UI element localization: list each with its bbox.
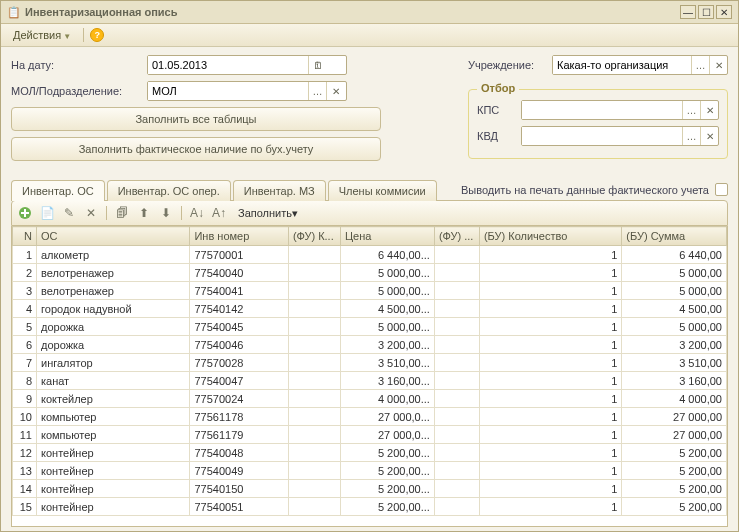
cell-buq: 1 xyxy=(479,498,621,516)
actions-label: Действия xyxy=(13,29,61,41)
table-row[interactable]: 8канат775400473 160,00...13 160,00 xyxy=(13,372,727,390)
ellipsis-icon[interactable]: … xyxy=(682,127,700,145)
cell-inv: 77540047 xyxy=(190,372,288,390)
grid-fill-menu[interactable]: Заполнить▾ xyxy=(232,205,304,222)
table-row[interactable]: 3велотренажер775400415 000,00...15 000,0… xyxy=(13,282,727,300)
cell-buq: 1 xyxy=(479,282,621,300)
delete-row-icon[interactable]: ✕ xyxy=(82,204,100,222)
cell-fuk xyxy=(288,390,340,408)
table-row[interactable]: 9коктейлер775700244 000,00...14 000,00 xyxy=(13,390,727,408)
sort-desc-icon[interactable]: A↑ xyxy=(210,204,228,222)
col-inv[interactable]: Инв номер xyxy=(190,227,288,246)
cell-n: 15 xyxy=(13,498,37,516)
table-row[interactable]: 12контейнер775400485 200,00...15 200,00 xyxy=(13,444,727,462)
move-down-icon[interactable]: ⬇ xyxy=(157,204,175,222)
cell-bus: 27 000,00 xyxy=(622,426,727,444)
col-bu-qty[interactable]: (БУ) Количество xyxy=(479,227,621,246)
col-price[interactable]: Цена xyxy=(340,227,434,246)
edit-row-icon[interactable]: ✎ xyxy=(60,204,78,222)
print-label: Выводить на печать данные фактического у… xyxy=(461,184,709,196)
print-checkbox[interactable] xyxy=(715,183,728,196)
filter-legend: Отбор xyxy=(477,82,519,94)
help-icon[interactable]: ? xyxy=(90,28,104,42)
cell-bus: 5 200,00 xyxy=(622,480,727,498)
ellipsis-icon[interactable]: … xyxy=(682,101,700,119)
col-os[interactable]: ОС xyxy=(37,227,190,246)
content-area: На дату: 🗓 МОЛ/Подразделение: … ✕ Заполн… xyxy=(1,47,738,531)
cell-buq: 1 xyxy=(479,480,621,498)
org-input[interactable] xyxy=(553,56,691,74)
table-row[interactable]: 13контейнер775400495 200,00...15 200,00 xyxy=(13,462,727,480)
cell-bus: 5 200,00 xyxy=(622,462,727,480)
ellipsis-icon[interactable]: … xyxy=(691,56,709,74)
ellipsis-icon[interactable]: … xyxy=(308,82,326,100)
org-label: Учреждение: xyxy=(468,59,548,71)
cell-os: контейнер xyxy=(37,444,190,462)
cell-fuk xyxy=(288,336,340,354)
table-row[interactable]: 11компьютер7756117927 000,0...127 000,00 xyxy=(13,426,727,444)
cell-fuk xyxy=(288,264,340,282)
tab-inventar-mz[interactable]: Инвентар. МЗ xyxy=(233,180,326,201)
table-row[interactable]: 15контейнер775400515 200,00...15 200,00 xyxy=(13,498,727,516)
table-row[interactable]: 7ингалятор775700283 510,00...13 510,00 xyxy=(13,354,727,372)
maximize-button[interactable]: ☐ xyxy=(698,5,714,19)
cell-n: 7 xyxy=(13,354,37,372)
cell-buq: 1 xyxy=(479,246,621,264)
insert-row-icon[interactable]: 📄 xyxy=(38,204,56,222)
cell-inv: 77540040 xyxy=(190,264,288,282)
calendar-icon[interactable]: 🗓 xyxy=(308,56,326,74)
cell-os: городок надувной xyxy=(37,300,190,318)
col-fu[interactable]: (ФУ) ... xyxy=(434,227,479,246)
table-row[interactable]: 6дорожка775400463 200,00...13 200,00 xyxy=(13,336,727,354)
fill-all-tables-button[interactable]: Заполнить все таблицы xyxy=(11,107,381,131)
cell-price: 3 160,00... xyxy=(340,372,434,390)
actions-menu[interactable]: Действия▼ xyxy=(7,27,77,43)
cell-fu xyxy=(434,444,479,462)
sort-asc-icon[interactable]: A↓ xyxy=(188,204,206,222)
cell-fuk xyxy=(288,282,340,300)
cell-bus: 5 000,00 xyxy=(622,264,727,282)
cell-inv: 77561178 xyxy=(190,408,288,426)
fill-factual-button[interactable]: Заполнить фактическое наличие по бух.уче… xyxy=(11,137,381,161)
data-table: N ОС Инв номер (ФУ) К... Цена (ФУ) ... (… xyxy=(12,226,727,516)
cell-fuk xyxy=(288,354,340,372)
table-row[interactable]: 5дорожка775400455 000,00...15 000,00 xyxy=(13,318,727,336)
cell-buq: 1 xyxy=(479,372,621,390)
table-row[interactable]: 14контейнер775401505 200,00...15 200,00 xyxy=(13,480,727,498)
add-row-icon[interactable] xyxy=(16,204,34,222)
left-form: На дату: 🗓 МОЛ/Подразделение: … ✕ Заполн… xyxy=(11,55,448,167)
col-fu-qty[interactable]: (ФУ) К... xyxy=(288,227,340,246)
table-row[interactable]: 4городок надувной775401424 500,00...14 5… xyxy=(13,300,727,318)
clear-icon[interactable]: ✕ xyxy=(709,56,727,74)
kps-input[interactable] xyxy=(522,101,682,119)
clear-icon[interactable]: ✕ xyxy=(700,101,718,119)
cell-inv: 77570001 xyxy=(190,246,288,264)
mol-input-wrap: … ✕ xyxy=(147,81,347,101)
move-up-icon[interactable]: ⬆ xyxy=(135,204,153,222)
clear-icon[interactable]: ✕ xyxy=(700,127,718,145)
close-button[interactable]: ✕ xyxy=(716,5,732,19)
clear-icon[interactable]: ✕ xyxy=(326,82,344,100)
col-bu-sum[interactable]: (БУ) Сумма xyxy=(622,227,727,246)
table-row[interactable]: 2велотренажер775400405 000,00...15 000,0… xyxy=(13,264,727,282)
cell-n: 13 xyxy=(13,462,37,480)
data-grid[interactable]: N ОС Инв номер (ФУ) К... Цена (ФУ) ... (… xyxy=(11,226,728,527)
cell-buq: 1 xyxy=(479,354,621,372)
tab-inventar-os[interactable]: Инвентар. ОС xyxy=(11,180,105,201)
tab-inventar-os-oper[interactable]: Инвентар. ОС опер. xyxy=(107,180,231,201)
table-row[interactable]: 1алкометр775700016 440,00...16 440,00 xyxy=(13,246,727,264)
cell-inv: 77540049 xyxy=(190,462,288,480)
cell-buq: 1 xyxy=(479,336,621,354)
mol-input[interactable] xyxy=(148,82,308,100)
minimize-button[interactable]: — xyxy=(680,5,696,19)
cell-buq: 1 xyxy=(479,408,621,426)
col-n[interactable]: N xyxy=(13,227,37,246)
copy-icon[interactable]: 🗐 xyxy=(113,204,131,222)
tab-commission-members[interactable]: Члены коммисии xyxy=(328,180,437,201)
cell-inv: 77540046 xyxy=(190,336,288,354)
cell-fu xyxy=(434,246,479,264)
date-input[interactable] xyxy=(148,56,308,74)
cell-price: 5 000,00... xyxy=(340,282,434,300)
kvd-input[interactable] xyxy=(522,127,682,145)
table-row[interactable]: 10компьютер7756117827 000,0...127 000,00 xyxy=(13,408,727,426)
